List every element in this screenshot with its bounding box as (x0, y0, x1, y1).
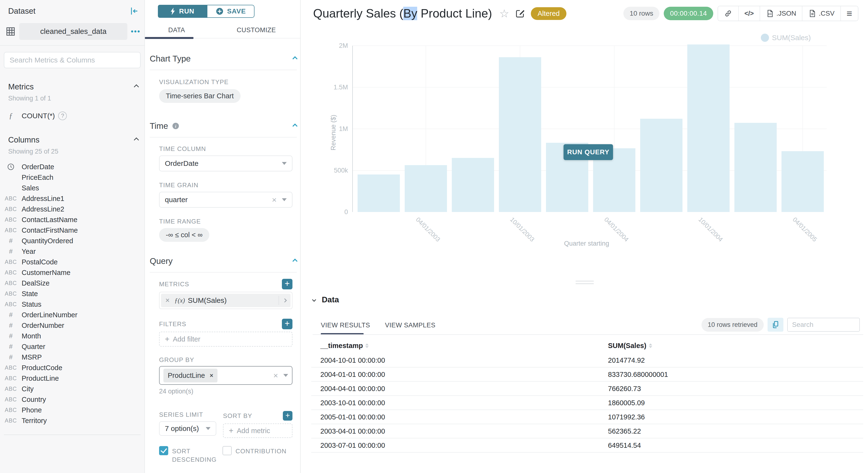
column-item[interactable]: ABCStatus (0, 299, 145, 310)
column-item[interactable]: PriceEach (0, 172, 145, 183)
group-by-select[interactable]: ProductLine× × (159, 366, 292, 385)
save-button[interactable]: SAVE (207, 5, 254, 18)
chevron-up-icon[interactable] (292, 258, 298, 263)
tab-view-samples[interactable]: VIEW SAMPLES (385, 322, 435, 329)
column-item[interactable]: ABCAddressLine2 (0, 204, 145, 214)
clear-icon[interactable]: × (273, 371, 278, 380)
table-row[interactable]: 2003-07-01 00:00:00649514.54 (311, 438, 863, 452)
column-item[interactable]: ABCAddressLine1 (0, 193, 145, 204)
add-sort-metric-plus-button[interactable]: + (283, 411, 292, 420)
export-csv-button[interactable]: .CSV (802, 6, 840, 21)
data-search-input[interactable] (787, 318, 860, 332)
run-button[interactable]: RUN (158, 5, 207, 18)
column-item[interactable]: #Quarter (0, 341, 145, 352)
sort-icon[interactable] (649, 343, 652, 348)
column-header-timestamp[interactable]: __timestamp (320, 342, 369, 350)
tab-view-results[interactable]: VIEW RESULTS (321, 322, 370, 329)
add-filter-dropzone[interactable]: +Add filter (159, 332, 292, 347)
metric-pill[interactable]: × ƒ(x) SUM(Sales) (161, 294, 290, 307)
column-item[interactable]: ABCContactFirstName (0, 225, 145, 235)
column-item[interactable]: ABCCountry (0, 394, 145, 405)
table-row[interactable]: 2004-10-01 00:00:002014774.92 (311, 353, 863, 368)
clear-icon[interactable]: × (272, 195, 277, 204)
sort-icon[interactable] (365, 343, 369, 348)
column-item[interactable]: #OrderLineNumber (0, 310, 145, 320)
bar[interactable] (499, 57, 541, 212)
table-row[interactable]: 2003-10-01 00:00:001860005.09 (311, 396, 863, 410)
checkbox-icon[interactable] (159, 446, 168, 455)
share-link-button[interactable] (718, 6, 738, 21)
column-item[interactable]: ABCDealSize (0, 278, 145, 288)
column-item[interactable]: OrderDate (0, 161, 145, 172)
viz-type-value[interactable]: Time-series Bar Chart (159, 89, 241, 103)
group-by-tag[interactable]: ProductLine× (163, 369, 217, 382)
bar[interactable] (452, 158, 494, 212)
column-item[interactable]: #OrderNumber (0, 320, 145, 331)
chart-legend[interactable]: SUM(Sales) (761, 34, 811, 42)
table-row[interactable]: 2004-04-01 00:00:00766260.73 (311, 382, 863, 396)
column-header-sum-sales[interactable]: SUM(Sales) (608, 342, 652, 350)
table-row[interactable]: 2005-01-01 00:00:001071992.36 (311, 410, 863, 424)
caret-down-icon[interactable] (283, 374, 288, 377)
time-grain-select[interactable]: quarter × (159, 192, 292, 208)
table-row[interactable]: 2003-04-01 00:00:00562365.22 (311, 424, 863, 438)
run-query-button[interactable]: RUN QUERY (563, 144, 613, 160)
bar[interactable] (687, 44, 730, 212)
question-icon[interactable]: ? (58, 112, 67, 120)
favorite-star-icon[interactable]: ☆ (499, 8, 509, 19)
bar[interactable] (358, 175, 400, 212)
copy-data-button[interactable] (768, 318, 783, 332)
time-range-value[interactable]: -∞ ≤ col < ∞ (159, 228, 209, 242)
add-metric-plus-button[interactable]: + (282, 279, 292, 289)
panel-resize-handle[interactable] (576, 279, 594, 285)
column-item[interactable]: ABCProductCode (0, 362, 145, 373)
edit-title-icon[interactable] (515, 8, 525, 19)
series-limit-select[interactable]: 7 option(s) (159, 421, 216, 436)
remove-metric-icon[interactable]: × (165, 296, 170, 305)
info-icon[interactable]: i (172, 122, 180, 130)
column-item[interactable]: #Month (0, 331, 145, 341)
column-item[interactable]: ABCPhone (0, 405, 145, 415)
column-item[interactable]: ABCTerritory (0, 415, 145, 426)
remove-tag-icon[interactable]: × (210, 372, 213, 379)
tab-data[interactable]: DATA (168, 26, 185, 34)
sort-descending-checkbox[interactable]: SORT DESCENDING (159, 446, 222, 464)
column-item[interactable]: ABCCustomerName (0, 267, 145, 278)
table-row[interactable]: 2004-01-01 00:00:00833730.680000001 (311, 368, 863, 382)
bar[interactable] (781, 151, 824, 212)
metric-item[interactable]: ƒ COUNT(*) ? (0, 110, 145, 121)
chevron-right-icon[interactable] (283, 298, 287, 303)
column-item[interactable]: ABCCity (0, 384, 145, 394)
bar[interactable] (734, 123, 777, 212)
chevron-up-icon[interactable] (292, 56, 298, 61)
contribution-checkbox[interactable]: CONTRIBUTION (222, 446, 286, 464)
column-item[interactable]: Sales (0, 183, 145, 193)
chevron-up-icon[interactable] (134, 137, 139, 142)
column-item[interactable]: ABCState (0, 288, 145, 299)
add-sort-metric-dropzone[interactable]: +Add metric (223, 423, 292, 438)
dataset-options-icon[interactable]: ••• (130, 27, 142, 36)
column-item[interactable]: ABCPostalCode (0, 257, 145, 267)
chart-menu-button[interactable]: ≡ (840, 6, 858, 21)
chevron-up-icon[interactable] (134, 84, 139, 89)
tab-customize[interactable]: CUSTOMIZE (237, 26, 276, 34)
column-item[interactable]: ABCProductLine (0, 373, 145, 384)
add-filter-plus-button[interactable]: + (282, 319, 292, 329)
chart-title[interactable]: Quarterly Sales (By Product Line) (313, 6, 492, 21)
column-item[interactable]: #QuantityOrdered (0, 235, 145, 246)
collapse-panel-icon[interactable] (129, 6, 139, 17)
bar[interactable] (405, 165, 447, 212)
altered-badge[interactable]: Altered (531, 7, 566, 20)
chevron-up-icon[interactable] (292, 123, 298, 128)
dataset-name[interactable]: cleaned_sales_data (19, 23, 127, 40)
chevron-down-icon[interactable] (312, 298, 316, 302)
chart-plot-area[interactable]: 0500k1M1.5M2M04/01/200310/01/200304/01/2… (352, 46, 827, 212)
column-item[interactable]: ABCContactLastName (0, 214, 145, 225)
column-item[interactable]: #Year (0, 246, 145, 257)
export-json-button[interactable]: .JSON (760, 6, 802, 21)
search-metrics-input[interactable] (4, 52, 141, 68)
bar[interactable] (640, 119, 682, 212)
view-query-button[interactable]: </> (738, 6, 760, 21)
column-item[interactable]: #MSRP (0, 352, 145, 362)
time-column-select[interactable]: OrderDate (159, 156, 292, 171)
